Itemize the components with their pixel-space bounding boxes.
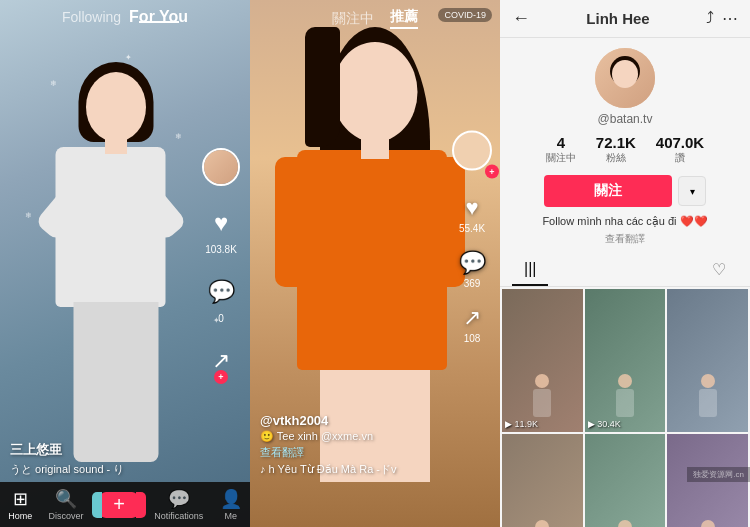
left-nav: Following For You bbox=[0, 0, 250, 34]
share-icon: ↗ bbox=[212, 348, 230, 374]
mid-comment-group[interactable]: 💬 369 bbox=[459, 250, 486, 289]
like-button[interactable]: ♥ bbox=[202, 204, 240, 242]
me-icon: 👤 bbox=[220, 488, 242, 510]
like-count: 103.8K bbox=[205, 244, 237, 255]
middle-panel: 關注中 推薦 COVID-19 + ♥ 55.4K 💬 369 ↗ 108 @v… bbox=[250, 0, 500, 527]
left-song: うと original sound - り bbox=[10, 462, 124, 477]
create-button[interactable]: + bbox=[100, 492, 138, 518]
mid-avatar-group: + bbox=[452, 131, 492, 179]
mid-song: ♪ h Yêu Từ Đầu Mà Ra -ドv bbox=[260, 462, 396, 477]
right-panel: ← Linh Hee ⤴ ⋯ @batan.tv 4 關注中 72.1K 粉絲 bbox=[500, 0, 750, 527]
mid-share-count: 108 bbox=[464, 333, 481, 344]
mid-like-count: 55.4K bbox=[459, 223, 485, 234]
mid-action[interactable]: 查看翻譯 bbox=[260, 445, 396, 460]
mid-share-group[interactable]: ↗ 108 bbox=[463, 305, 481, 344]
profile-stats: 4 關注中 72.1K 粉絲 407.0K 讚 bbox=[546, 134, 704, 165]
avatar-img bbox=[204, 150, 238, 184]
dropdown-button[interactable]: ▾ bbox=[678, 176, 706, 206]
video-grid: ▶ 11.9K ▶ 30.4K ▶ 15.6K bbox=[500, 287, 750, 527]
discover-label: Discover bbox=[49, 511, 84, 521]
more-button-header[interactable]: ⋯ bbox=[722, 9, 738, 28]
avatar-bg bbox=[595, 48, 655, 108]
profile-bio-action[interactable]: 查看翻譯 bbox=[605, 232, 645, 246]
comment-button[interactable]: 💬 bbox=[202, 273, 240, 311]
video-thumb-3[interactable] bbox=[667, 289, 748, 432]
nav-discover[interactable]: 🔍 Discover bbox=[49, 488, 84, 521]
video-thumb-1[interactable]: ▶ 11.9K bbox=[502, 289, 583, 432]
avatar-group: + bbox=[202, 148, 240, 186]
profile-title: Linh Hee bbox=[538, 10, 698, 27]
active-underline bbox=[139, 21, 179, 23]
home-icon: ⊞ bbox=[13, 488, 28, 510]
bottom-navigation: ⊞ Home 🔍 Discover + 💬 Notifications 👤 Me bbox=[0, 482, 250, 527]
creator-avatar[interactable] bbox=[202, 148, 240, 186]
video-thumb-4[interactable]: ▶ 15.6K bbox=[502, 434, 583, 527]
profile-info: @batan.tv 4 關注中 72.1K 粉絲 407.0K 讚 關注 ▾ F… bbox=[500, 38, 750, 254]
chevron-down-icon: ▾ bbox=[690, 186, 695, 197]
back-button[interactable]: ← bbox=[512, 8, 530, 29]
likes-label: 讚 bbox=[675, 151, 685, 165]
left-panel: ❄ ❄ ❄ ✦ ✦ Following For You + bbox=[0, 0, 250, 527]
profile-handle: @batan.tv bbox=[598, 112, 653, 126]
profile-avatar[interactable] bbox=[595, 48, 655, 108]
stat-following: 4 關注中 bbox=[546, 134, 576, 165]
avatar-face bbox=[612, 60, 638, 88]
followers-count: 72.1K bbox=[596, 134, 636, 151]
share-button-header[interactable]: ⤴ bbox=[706, 9, 714, 28]
home-label: Home bbox=[8, 511, 32, 521]
notifications-label: Notifications bbox=[154, 511, 203, 521]
share-button[interactable]: ↗ bbox=[202, 342, 240, 380]
mid-follow-badge[interactable]: + bbox=[485, 165, 499, 179]
mid-heart-icon: ♥ bbox=[465, 195, 478, 221]
mid-like-group[interactable]: ♥ 55.4K bbox=[459, 195, 485, 234]
comment-icon: 💬 bbox=[208, 279, 235, 305]
plus-icon: + bbox=[113, 493, 125, 516]
middle-bottom-info: @vtkh2004 🙂 Tee xinh @xxme.vn 查看翻譯 ♪ h Y… bbox=[260, 413, 396, 477]
following-tab-mid[interactable]: 關注中 bbox=[332, 10, 374, 28]
left-action-icons: + ♥ 103.8K 💬 0 ↗ bbox=[202, 148, 240, 380]
video-count: ▶ 11.9K bbox=[505, 419, 538, 429]
middle-action-icons: + ♥ 55.4K 💬 369 ↗ 108 bbox=[452, 131, 492, 344]
nav-create[interactable]: + bbox=[100, 492, 138, 518]
recommended-tab-mid[interactable]: 推薦 bbox=[390, 8, 418, 29]
video-thumb-2[interactable]: ▶ 30.4K bbox=[585, 289, 666, 432]
left-bottom-info: 三上悠亜 うと original sound - り bbox=[10, 441, 124, 477]
following-tab[interactable]: Following bbox=[62, 9, 121, 25]
notifications-icon: 💬 bbox=[168, 488, 190, 510]
face bbox=[86, 72, 146, 142]
mid-share-icon: ↗ bbox=[463, 305, 481, 331]
follow-button[interactable]: 關注 bbox=[544, 175, 672, 207]
likes-count: 407.0K bbox=[656, 134, 704, 151]
mid-creator-avatar[interactable] bbox=[452, 131, 492, 171]
stat-likes: 407.0K 讚 bbox=[656, 134, 704, 165]
profile-bio: Follow mình nha các cậu đi ❤️❤️ bbox=[534, 215, 715, 232]
snowflake: ✦ bbox=[125, 53, 132, 62]
left-username: 三上悠亜 bbox=[10, 441, 124, 459]
video-figure bbox=[26, 62, 206, 482]
comment-count: 0 bbox=[218, 313, 224, 324]
stat-followers: 72.1K 粉絲 bbox=[596, 134, 636, 165]
mid-comment-icon: 💬 bbox=[459, 250, 486, 276]
legs bbox=[74, 302, 159, 462]
nav-me[interactable]: 👤 Me bbox=[220, 488, 242, 521]
video-count: ▶ 30.4K bbox=[588, 419, 621, 429]
mid-desc: 🙂 Tee xinh @xxme.vn bbox=[260, 430, 396, 443]
video-thumb-5[interactable] bbox=[585, 434, 666, 527]
videos-tab[interactable]: ||| bbox=[512, 254, 548, 286]
covid-badge[interactable]: COVID-19 bbox=[438, 8, 492, 22]
mid-username: @vtkh2004 bbox=[260, 413, 396, 428]
me-label: Me bbox=[224, 511, 237, 521]
discover-icon: 🔍 bbox=[55, 488, 77, 510]
nav-notifications[interactable]: 💬 Notifications bbox=[154, 488, 203, 521]
share-group[interactable]: ↗ bbox=[202, 342, 240, 380]
comment-group[interactable]: 💬 0 bbox=[202, 273, 240, 324]
heart-icon: ♥ bbox=[214, 209, 228, 237]
neck bbox=[105, 134, 127, 154]
likes-tab[interactable]: ♡ bbox=[700, 254, 738, 286]
torso bbox=[56, 147, 166, 307]
nav-home[interactable]: ⊞ Home bbox=[8, 488, 32, 521]
followers-label: 粉絲 bbox=[606, 151, 626, 165]
follow-row: 關注 ▾ bbox=[544, 175, 706, 207]
mid-comment-count: 369 bbox=[464, 278, 481, 289]
like-group[interactable]: ♥ 103.8K bbox=[202, 204, 240, 255]
